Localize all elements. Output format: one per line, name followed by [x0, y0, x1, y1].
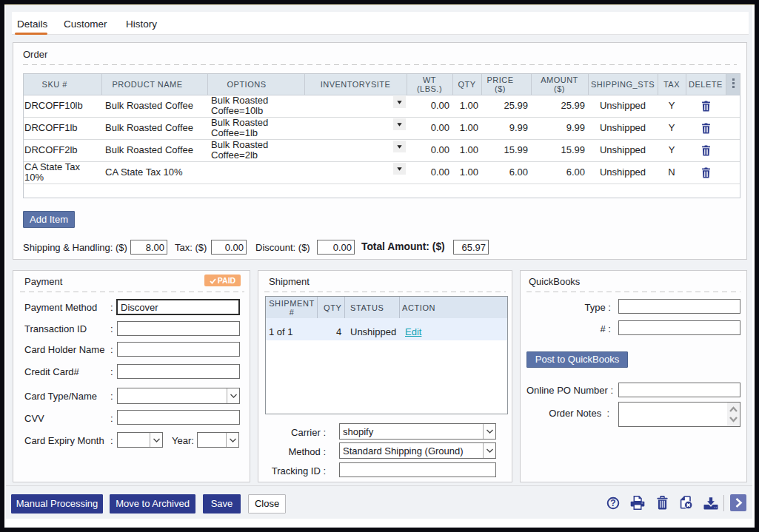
- svg-text:?: ?: [610, 498, 615, 508]
